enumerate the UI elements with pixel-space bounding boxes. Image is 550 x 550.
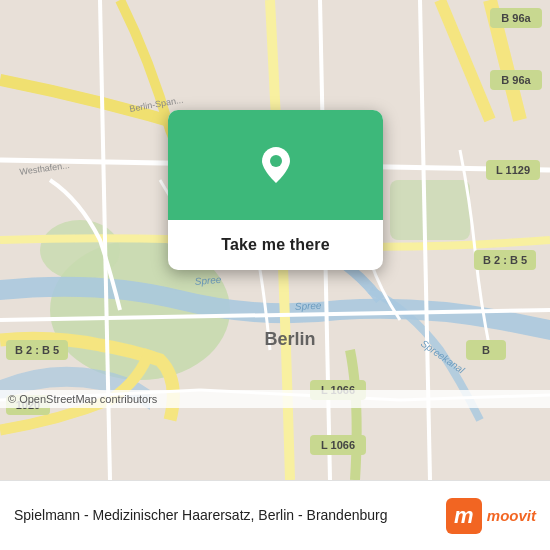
moovit-letter: m [454, 505, 474, 527]
svg-text:B: B [482, 344, 490, 356]
moovit-app-icon: m [446, 498, 482, 534]
svg-text:Berlin: Berlin [264, 329, 315, 349]
location-popup: Take me there [168, 110, 383, 270]
svg-text:B 96a: B 96a [501, 12, 531, 24]
attribution-text: © OpenStreetMap contributors [8, 393, 157, 405]
svg-text:B 2 : B 5: B 2 : B 5 [15, 344, 59, 356]
svg-text:B 2 : B 5: B 2 : B 5 [483, 254, 527, 266]
svg-text:Spree: Spree [295, 300, 323, 312]
svg-point-39 [270, 155, 282, 167]
popup-header [168, 110, 383, 220]
take-me-there-button[interactable]: Take me there [213, 232, 338, 258]
svg-text:Spree: Spree [194, 274, 222, 287]
location-pin-icon [254, 143, 298, 187]
map-attribution: © OpenStreetMap contributors [0, 390, 550, 408]
svg-text:L 1129: L 1129 [496, 164, 530, 176]
svg-rect-3 [390, 180, 470, 240]
map-container: B 96a B 96a L 1129 B 2 : B 5 B 2 : B 5 1… [0, 0, 550, 480]
svg-text:B 96a: B 96a [501, 74, 531, 86]
location-name: Spielmann - Medizinischer Haarersatz, Be… [14, 506, 446, 524]
app-footer: Spielmann - Medizinischer Haarersatz, Be… [0, 480, 550, 550]
popup-button-area: Take me there [168, 220, 383, 270]
moovit-brand-name: moovit [487, 507, 536, 524]
svg-text:L 1066: L 1066 [321, 439, 355, 451]
moovit-logo: m moovit [446, 498, 536, 534]
